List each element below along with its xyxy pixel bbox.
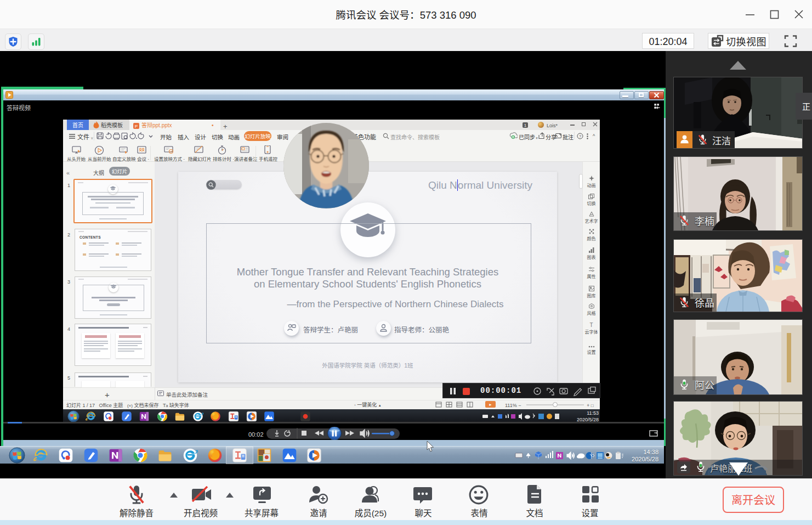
svg-text:?: ?: [579, 133, 581, 139]
